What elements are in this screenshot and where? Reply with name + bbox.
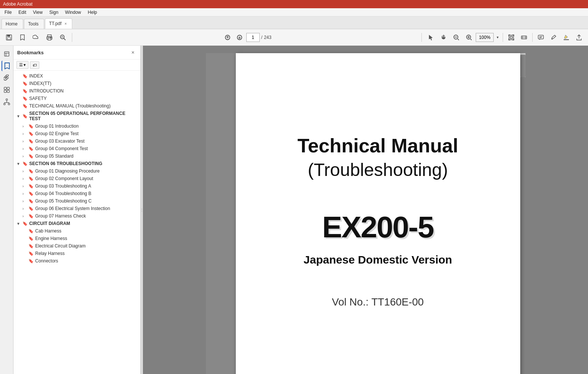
page-separator: / [261, 35, 262, 40]
bookmark-index-tt[interactable]: 🔖 INDEX(TT) [13, 80, 140, 87]
layers-icon[interactable] [1, 49, 12, 59]
bookmark-introduction[interactable]: 🔖 INTRODUCTION [13, 87, 140, 95]
fit-page-button[interactable] [505, 31, 517, 43]
cloud-button[interactable] [30, 31, 42, 43]
fit-width-button[interactable] [518, 31, 530, 43]
page-number-input[interactable]: 1 [246, 33, 260, 42]
svg-rect-26 [4, 52, 9, 56]
bookmark-group-07-harness[interactable]: › 🔖 Group 07 Harness Check [13, 212, 140, 220]
bookmark-electrical-circuit[interactable]: 🔖 Electrical Circuit Diagram [13, 242, 140, 250]
bookmark-group-03-troub-a[interactable]: › 🔖 Group 03 Troubleshooting A [13, 182, 140, 190]
group-02-expand-icon[interactable]: › [22, 132, 27, 136]
bookmark-group-04-component[interactable]: › 🔖 Group 04 Component Test [13, 145, 140, 152]
zoom-in-button[interactable] [463, 31, 475, 43]
bookmark-panel-icon[interactable] [1, 61, 12, 71]
hand-tool-button[interactable] [438, 31, 450, 43]
save-button[interactable] [3, 31, 15, 43]
bookmark-flag-icon: 🔖 [28, 139, 34, 144]
highlight-button[interactable] [560, 31, 572, 43]
bookmark-circuit-diagram[interactable]: ▼ 🔖 CIRCUIT DIAGRAM [13, 220, 140, 227]
right-tools: 100% ▾ [425, 31, 585, 43]
structure-panel-icon[interactable] [1, 97, 12, 107]
group-01-diag-expand-icon[interactable]: › [22, 169, 27, 173]
bookmark-relay-harness[interactable]: 🔖 Relay Harness [13, 250, 140, 257]
bookmark-group-02-engine[interactable]: › 🔖 Group 02 Engine Test [13, 130, 140, 137]
cursor-tool-button[interactable] [425, 31, 437, 43]
bookmark-group-04-troub-b[interactable]: › 🔖 Group 04 Troubleshooting B [13, 190, 140, 197]
bookmark-safety[interactable]: 🔖 SAFETY [13, 95, 140, 102]
bookmark-group-01-diag[interactable]: › 🔖 Group 01 Diagnosing Procedure [13, 167, 140, 175]
group-06-expand-icon[interactable]: › [22, 207, 27, 211]
share-button[interactable] [573, 31, 585, 43]
tab-close-icon[interactable]: × [64, 22, 67, 26]
bookmark-group-01-intro[interactable]: › 🔖 Group 01 Introduction [13, 122, 140, 130]
next-page-button[interactable] [234, 32, 245, 43]
bookmark-section-05[interactable]: ▼ 🔖 SECTION 05 OPERATIONAL PERFORMANCE T… [13, 110, 140, 122]
bookmark-group-07-harness-label: Group 07 Harness Check [35, 213, 86, 219]
zoom-out-button[interactable] [450, 31, 462, 43]
bookmark-cab-harness[interactable]: 🔖 Cab Harness [13, 227, 140, 235]
bookmark-group-05-standard[interactable]: › 🔖 Group 05 Standard [13, 152, 140, 160]
group-04-expand-icon[interactable]: › [22, 147, 27, 151]
group-07-expand-icon[interactable]: › [22, 214, 27, 218]
bookmarks-options-button[interactable]: ☰ ▾ [16, 61, 28, 69]
bookmark-tech-manual[interactable]: 🔖 TECHNICAL MANUAL (Troubleshooting) [13, 102, 140, 110]
bookmark-flag-icon: 🔖 [28, 176, 34, 181]
circuit-diagram-expand-icon[interactable]: ▼ [16, 222, 21, 226]
group-01-expand-icon[interactable]: › [22, 124, 27, 128]
zoom-search-button[interactable] [57, 31, 69, 43]
bookmark-flag-icon: 🔖 [28, 131, 34, 136]
bookmarks-close-button[interactable]: × [129, 49, 137, 56]
menu-window[interactable]: Window [62, 9, 84, 16]
attachment-panel-icon[interactable] [1, 73, 12, 83]
tab-tools[interactable]: Tools [24, 19, 44, 29]
bookmark-section-06[interactable]: ▼ 🔖 SECTION 06 TROUBLESHOOTING [13, 160, 140, 167]
bookmark-engine-harness[interactable]: 🔖 Engine Harness [13, 235, 140, 242]
pdf-main-title: Technical Manual [298, 135, 458, 156]
group-02-layout-expand-icon[interactable]: › [22, 177, 27, 181]
bookmark-connectors[interactable]: 🔖 Connectors [13, 257, 140, 265]
comment-button[interactable] [535, 31, 547, 43]
menu-file[interactable]: File [1, 9, 15, 16]
svg-rect-20 [510, 36, 512, 39]
bookmarks-list[interactable]: 🔖 INDEX 🔖 INDEX(TT) 🔖 INTRODUCTION 🔖 SAF… [13, 71, 140, 374]
tab-home[interactable]: Home [1, 19, 23, 29]
svg-point-6 [51, 37, 51, 38]
group-04-troub-b-expand-icon[interactable]: › [22, 192, 27, 196]
nav-controls: 1 / 243 [222, 32, 271, 43]
bookmark-button[interactable] [16, 31, 28, 43]
bookmark-flag-icon: 🔖 [28, 229, 34, 234]
bookmark-group-03-troub-a-label: Group 03 Troubleshooting A [35, 183, 91, 189]
menu-view[interactable]: View [30, 9, 46, 16]
zoom-dropdown-button[interactable]: ▾ [494, 31, 500, 43]
bookmark-group-03-excavator[interactable]: › 🔖 Group 03 Excavator Test [13, 137, 140, 145]
menu-help[interactable]: Help [85, 9, 100, 16]
pdf-scrollbar[interactable] [520, 53, 525, 77]
print-button[interactable] [43, 31, 55, 43]
section-05-expand-icon[interactable]: ▼ [16, 114, 21, 118]
bookmark-index[interactable]: 🔖 INDEX [13, 72, 140, 80]
prev-page-button[interactable] [222, 32, 233, 43]
section-06-expand-icon[interactable]: ▼ [16, 162, 21, 166]
group-05-expand-icon[interactable]: › [22, 154, 27, 158]
bookmark-flag-icon: 🔖 [22, 161, 28, 166]
content-panel-icon[interactable] [1, 85, 12, 95]
group-05-troub-c-expand-icon[interactable]: › [22, 199, 27, 203]
menu-edit[interactable]: Edit [15, 9, 29, 16]
bookmark-group-05-standard-label: Group 05 Standard [35, 153, 73, 159]
bookmark-flag-icon: 🔖 [28, 146, 34, 151]
pdf-scrollbar-thumb[interactable] [520, 55, 525, 77]
menu-sign[interactable]: Sign [46, 9, 61, 16]
tab-pdf[interactable]: TT.pdf × [45, 18, 72, 29]
bookmarks-tag-button[interactable]: 🏷 [30, 61, 39, 69]
pencil-button[interactable] [548, 31, 560, 43]
group-03-expand-icon[interactable]: › [22, 139, 27, 143]
bookmark-group-06-electrical[interactable]: › 🔖 Group 06 Electrical System Instectio… [13, 205, 140, 212]
bookmark-flag-icon: 🔖 [28, 191, 34, 196]
svg-rect-31 [4, 90, 6, 92]
bookmark-group-02-layout[interactable]: › 🔖 Group 02 Component Layout [13, 175, 140, 182]
group-03-troub-a-expand-icon[interactable]: › [22, 184, 27, 188]
zoom-level-display[interactable]: 100% [476, 33, 494, 42]
pdf-area[interactable]: Technical Manual (Troubleshooting) EX200… [143, 46, 588, 374]
bookmark-group-05-troub-c[interactable]: › 🔖 Group 05 Troubleshooting C [13, 197, 140, 205]
